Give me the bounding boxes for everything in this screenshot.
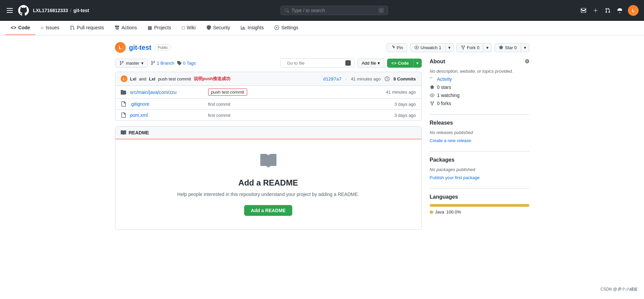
publish-package-link[interactable]: Publish your first package — [430, 175, 480, 180]
watching-icon — [430, 93, 434, 98]
readme-title: README — [129, 130, 149, 135]
file-table: src/main/java/com/zzu push test commit 4… — [115, 86, 422, 121]
search-icon — [285, 8, 289, 13]
lang-item: Java 100.0% — [430, 209, 529, 214]
search-kbd: / — [379, 8, 384, 13]
watch-label: Unwatch — [420, 45, 438, 50]
nav-code[interactable]: <> Code — [5, 21, 35, 35]
settings-nav-icon — [274, 25, 279, 30]
commit-hash[interactable]: d1287a7 — [323, 76, 342, 81]
star-dropdown[interactable]: ▾ — [521, 43, 529, 52]
forks-stat: 0 forks — [430, 101, 529, 106]
goto-file-input[interactable] — [287, 61, 343, 66]
code-nav-icon: <> — [11, 25, 16, 30]
repo-name[interactable]: git-test — [129, 44, 152, 52]
star-label: Star — [505, 45, 513, 50]
nav-settings[interactable]: Settings — [269, 21, 304, 35]
file-area: master ▾ 1 Branch 0 Tags — [115, 58, 422, 230]
repo-avatar: L — [115, 42, 126, 53]
commit-bar-left: L Lxl and Lxl push test commit 说明push推送成… — [121, 75, 231, 82]
nav-pull-requests[interactable]: Pull requests — [65, 21, 109, 35]
pin-button[interactable]: Pin — [386, 43, 408, 52]
github-logo — [18, 5, 29, 16]
issues-nav-icon: ○ — [41, 25, 43, 30]
menu-button[interactable] — [5, 7, 14, 14]
readme-add-desc: Help people interested in this repositor… — [129, 192, 408, 197]
tag-count-info: 0 Tags — [177, 61, 196, 66]
star-count: 0 — [514, 45, 517, 50]
branch-bar: master ▾ 1 Branch 0 Tags — [115, 58, 422, 68]
code-button-group: <> Code ▾ — [387, 59, 422, 68]
watch-dropdown[interactable]: ▾ — [446, 43, 454, 52]
stars-sidebar-icon — [430, 85, 434, 90]
add-file-button[interactable]: Add file ▾ — [357, 59, 384, 68]
nav-security[interactable]: Security — [201, 21, 236, 35]
nav-wiki[interactable]: □ Wiki — [177, 21, 201, 35]
file-name-0[interactable]: src/main/java/com/zzu — [130, 90, 204, 95]
nav-code-label: Code — [18, 25, 30, 30]
security-nav-icon — [206, 25, 211, 30]
repo-nav: <> Code ○ Issues Pull requests Actions ▦… — [0, 21, 644, 35]
avatar[interactable]: L — [628, 5, 639, 16]
repo-header: L git-test Public Pin Unwatch 1 ▾ — [115, 42, 529, 53]
commit-bar: L Lxl and Lxl push test commit 说明push推送成… — [115, 72, 422, 86]
commit-bullet: · — [346, 76, 347, 81]
file-name-1[interactable]: .gitignore — [130, 101, 204, 107]
bell-icon[interactable] — [616, 6, 624, 14]
packages-title: Packages — [430, 157, 529, 163]
fork-icon — [461, 45, 465, 50]
lang-name: Java — [435, 209, 444, 214]
watch-button[interactable]: Unwatch 1 — [410, 43, 446, 52]
branch-bar-left: master ▾ 1 Branch 0 Tags — [115, 59, 196, 68]
nav-actions-label: Actions — [121, 25, 137, 30]
file-name-2[interactable]: pom.xml — [130, 112, 204, 118]
breadcrumb-user[interactable]: LXL1716812333 — [33, 8, 68, 13]
nav-issues-label: Issues — [46, 25, 59, 30]
no-packages: No packages published — [430, 167, 529, 172]
breadcrumb-repo: git-test — [73, 8, 89, 13]
code-button[interactable]: <> Code — [387, 59, 413, 68]
search-input[interactable] — [292, 8, 376, 13]
commits-link[interactable]: 8 Commits — [393, 76, 416, 81]
star-button[interactable]: Star 0 — [494, 43, 521, 52]
nav-wiki-label: Wiki — [187, 25, 195, 30]
activity-label[interactable]: Activity — [437, 76, 452, 82]
pull-request-icon[interactable] — [604, 6, 612, 14]
pin-icon — [391, 45, 395, 50]
add-readme-button[interactable]: Add a README — [244, 205, 292, 216]
pull-request-nav-icon — [70, 25, 75, 30]
branch-selector[interactable]: master ▾ — [115, 59, 148, 68]
nav-insights[interactable]: Insights — [235, 21, 269, 35]
breadcrumb: LXL1716812333 / git-test — [33, 8, 89, 13]
goto-file-container[interactable]: t — [280, 58, 354, 68]
create-release-link[interactable]: Create a new release — [430, 138, 471, 143]
fork-button[interactable]: Fork 0 — [456, 43, 484, 52]
commit-coauthor[interactable]: Lxl — [149, 76, 155, 81]
nav-issues[interactable]: ○ Issues — [35, 21, 65, 35]
table-row: pom.xml first commit 3 days ago — [115, 110, 421, 121]
nav-security-label: Security — [213, 25, 230, 30]
plus-icon[interactable] — [592, 6, 600, 14]
fork-dropdown[interactable]: ▾ — [484, 43, 492, 52]
nav-projects-label: Projects — [154, 25, 171, 30]
search-box[interactable]: / — [280, 6, 388, 15]
file-commit-1: first commit — [208, 102, 362, 107]
clock-icon — [385, 76, 389, 81]
commit-author[interactable]: Lxl — [130, 76, 137, 81]
about-gear-icon[interactable]: ⚙ — [525, 58, 529, 65]
repo-title: L git-test Public — [115, 42, 171, 53]
nav-projects[interactable]: ▦ Projects — [142, 21, 177, 35]
projects-nav-icon: ▦ — [148, 25, 152, 30]
code-dropdown[interactable]: ▾ — [413, 59, 422, 68]
add-file-label: Add file — [362, 61, 376, 66]
file-icon-pom — [121, 112, 126, 118]
tag-count-label[interactable]: 0 Tags — [183, 61, 196, 66]
readme-section: README Add a README Help people interest… — [115, 126, 422, 230]
branch-dropdown-icon: ▾ — [141, 61, 144, 66]
watching-stat: 1 watching — [430, 93, 529, 98]
commit-time-ago: 41 minutes ago — [351, 76, 381, 81]
nav-actions[interactable]: Actions — [109, 21, 142, 35]
branch-name: master — [126, 61, 140, 66]
branch-count-label[interactable]: 1 Branch — [157, 61, 174, 66]
terminal-icon[interactable] — [579, 6, 588, 14]
